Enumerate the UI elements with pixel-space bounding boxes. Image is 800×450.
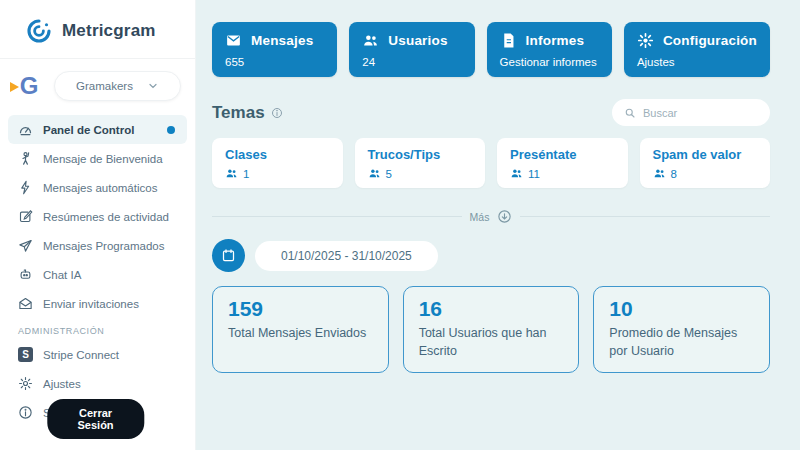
topics-heading: Temas <box>212 103 265 123</box>
users-icon <box>362 32 379 49</box>
avatar-accent-arrow <box>10 82 19 92</box>
chevron-down-icon <box>147 80 159 92</box>
envelope-open-icon <box>18 296 33 311</box>
logout-button[interactable]: Cerrar Sesión <box>47 399 145 439</box>
member-count: 11 <box>528 168 540 180</box>
search-icon <box>624 107 636 119</box>
users-icon <box>653 167 666 180</box>
member-count: 5 <box>386 168 392 180</box>
sidebar-nav: Panel de Control Mensaje de Bienvenida M… <box>0 115 195 427</box>
usuarios-count: 24 <box>362 56 461 68</box>
sidebar-item-mensajes-programados[interactable]: Mensajes Programados <box>8 231 187 260</box>
stat-card-total-mensajes: 159 Total Mensajes Enviados <box>212 286 389 373</box>
paper-plane-icon <box>18 238 33 253</box>
app-logo: Metricgram <box>0 0 195 59</box>
sidebar-item-stripe-connect[interactable]: S Stripe Connect <box>8 340 187 369</box>
topic-card-presentate[interactable]: Preséntate 11 <box>497 138 628 188</box>
stat-card-promedio-mensajes: 10 Promedio de Mensajes por Usuario <box>593 286 770 373</box>
envelope-icon <box>225 32 242 49</box>
workspace-avatar: G <box>12 69 46 103</box>
summary-card-usuarios[interactable]: Usuarios 24 <box>349 22 474 77</box>
topics-info-icon[interactable] <box>271 107 283 119</box>
sidebar-item-mensajes-automaticos[interactable]: Mensajes automáticos <box>8 173 187 202</box>
stat-card-total-usuarios: 16 Total Usuarios que han Escrito <box>403 286 580 373</box>
calendar-icon <box>221 248 236 263</box>
workspace-name: Gramakers <box>76 80 133 92</box>
sidebar-item-resumenes-de-actividad[interactable]: Resúmenes de actividad <box>8 202 187 231</box>
gear-icon <box>637 32 654 49</box>
welcome-person-icon <box>18 151 33 166</box>
topic-cards-row: Clases 1 Trucos/Tips 5 Preséntate 11 Spa… <box>212 138 770 188</box>
app-title: Metricgram <box>62 21 156 41</box>
sidebar-item-chat-ia[interactable]: Chat IA <box>8 260 187 289</box>
calendar-button[interactable] <box>212 239 245 272</box>
sidebar-item-panel-de-control[interactable]: Panel de Control <box>8 115 187 144</box>
edit-note-icon <box>18 209 33 224</box>
stripe-s-icon: S <box>18 347 33 362</box>
active-indicator-dot <box>167 126 175 134</box>
member-count: 1 <box>243 168 249 180</box>
robot-icon <box>18 267 33 282</box>
stats-cards-row: 159 Total Mensajes Enviados 16 Total Usu… <box>212 286 770 373</box>
info-circle-icon <box>18 405 33 420</box>
users-icon <box>510 167 523 180</box>
speedometer-icon <box>18 122 33 137</box>
expand-down-icon[interactable] <box>497 209 512 224</box>
summary-cards-row: Mensajes 655 Usuarios 24 Informes Gestio… <box>212 22 770 77</box>
topic-card-clases[interactable]: Clases 1 <box>212 138 343 188</box>
users-icon <box>368 167 381 180</box>
metricgram-logo-icon <box>24 16 54 46</box>
search-input[interactable] <box>643 107 758 119</box>
workspace-selector[interactable]: Gramakers <box>54 71 181 101</box>
gear-icon <box>18 376 33 391</box>
sidebar-item-ajustes[interactable]: Ajustes <box>8 369 187 398</box>
search-box <box>612 99 770 126</box>
more-label: Más <box>470 211 490 223</box>
main-content: Mensajes 655 Usuarios 24 Informes Gestio… <box>196 0 800 450</box>
sidebar-item-enviar-invitaciones[interactable]: Enviar invitaciones <box>8 289 187 318</box>
sidebar-item-mensaje-de-bienvenida[interactable]: Mensaje de Bienvenida <box>8 144 187 173</box>
summary-card-informes[interactable]: Informes Gestionar informes <box>487 22 612 77</box>
more-divider: Más <box>212 209 770 224</box>
topic-card-trucos-tips[interactable]: Trucos/Tips 5 <box>355 138 486 188</box>
topic-card-spam-de-valor[interactable]: Spam de valor 8 <box>640 138 771 188</box>
summary-card-configuracion[interactable]: Configuración Ajustes <box>624 22 770 77</box>
admin-section-label: ADMINISTRACIÓN <box>0 318 195 340</box>
users-icon <box>225 167 238 180</box>
lightning-icon <box>18 180 33 195</box>
sidebar: Metricgram G Gramakers Panel de Control … <box>0 0 196 450</box>
mensajes-count: 655 <box>225 56 324 68</box>
report-icon <box>500 32 517 49</box>
member-count: 8 <box>671 168 677 180</box>
date-range-picker[interactable]: 01/10/2025 - 31/10/2025 <box>255 241 438 271</box>
summary-card-mensajes[interactable]: Mensajes 655 <box>212 22 337 77</box>
